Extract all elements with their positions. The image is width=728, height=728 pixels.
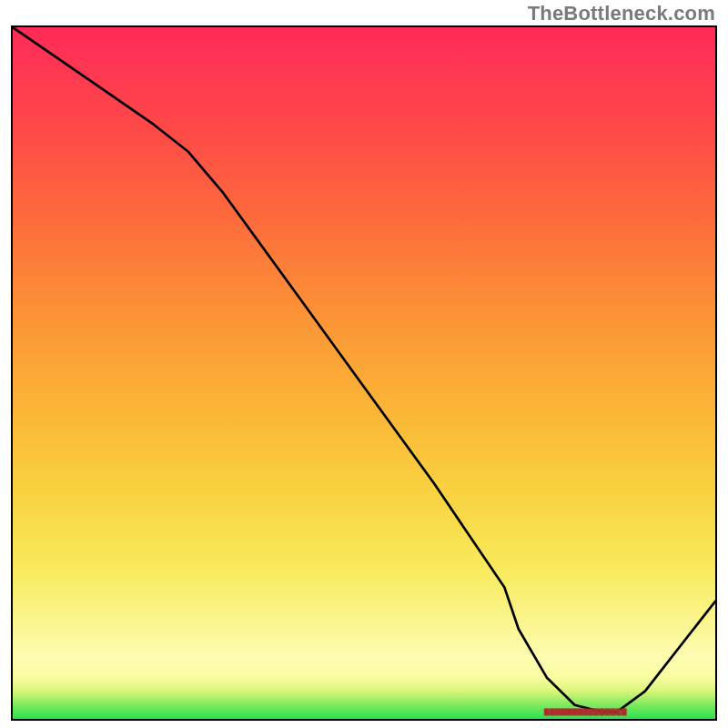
marker-dot <box>550 709 554 715</box>
bottleneck-curve <box>13 27 715 712</box>
chart-plot-area <box>11 25 717 721</box>
marker-dot <box>561 709 565 715</box>
marker-dot <box>555 709 560 715</box>
marker-dot <box>589 709 593 715</box>
chart-svg <box>13 27 715 719</box>
marker-dot <box>544 709 549 715</box>
marker-dot <box>566 709 571 715</box>
marker-dot <box>600 709 604 715</box>
marker-dot <box>578 709 582 715</box>
marker-dot <box>605 709 610 715</box>
marker-dot <box>622 709 626 715</box>
marker-dot <box>572 709 577 715</box>
watermark-text: TheBottleneck.com <box>528 2 715 25</box>
marker-strip <box>544 709 626 715</box>
marker-dot <box>583 709 588 715</box>
marker-dot <box>594 709 599 715</box>
marker-dot <box>611 709 615 715</box>
marker-dot <box>616 709 621 715</box>
